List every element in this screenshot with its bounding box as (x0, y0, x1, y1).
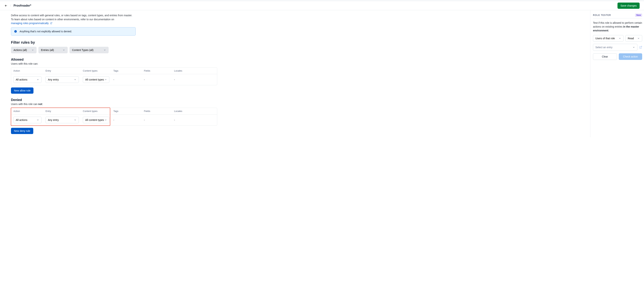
new-allow-rule-button[interactable]: New allow rule (11, 87, 34, 94)
denied-description: Users with this role can not: (11, 103, 579, 106)
tester-desc-suffix: . (608, 29, 609, 32)
filter-entries-label: Entries (all) (41, 49, 54, 51)
intro-text: Define access to content with general ru… (11, 14, 132, 21)
col-fields: Fields (144, 69, 174, 72)
col-locales: Locales (174, 110, 215, 113)
col-content-types: Content types (83, 69, 113, 72)
allowed-content-types-value: All content types (85, 78, 104, 81)
tester-users-select[interactable]: Users of that role (593, 35, 624, 42)
col-content-types: Content types (83, 110, 113, 113)
col-locales: Locales (174, 69, 215, 72)
chevron-down-icon (32, 49, 34, 51)
check-action-button[interactable]: Check action (619, 53, 642, 60)
chevron-down-icon (632, 46, 635, 49)
table-row: All actions Any entry All content types (11, 74, 217, 85)
role-tester-title: Role tester (593, 14, 611, 16)
table-row: All actions Any entry All content types (11, 115, 217, 126)
filter-content-types[interactable]: Content Types (all) (70, 47, 108, 53)
allowed-tags-value: - (113, 78, 144, 81)
tester-entry-select[interactable]: Select an entry (593, 44, 638, 51)
allowed-content-types-select[interactable]: All content types (83, 76, 109, 83)
role-tester-panel: Role tester New Test if this role is all… (590, 10, 644, 137)
docs-link[interactable]: managing roles programmatically (11, 22, 52, 25)
chevron-down-icon (74, 78, 76, 81)
filter-rules-heading: Filter rules by (11, 40, 579, 45)
info-text: Anything that's not explicitly allowed i… (20, 30, 72, 33)
filter-content-types-label: Content Types (all) (72, 49, 94, 51)
allowed-fields-value: - (144, 78, 174, 81)
info-callout: Anything that's not explicitly allowed i… (11, 27, 136, 36)
clear-button[interactable]: Clear (593, 53, 617, 60)
col-action: Action (13, 69, 46, 72)
denied-entry-select[interactable]: Any entry (46, 117, 79, 123)
denied-action-value: All actions (16, 119, 28, 121)
denied-content-types-select[interactable]: All content types (83, 117, 109, 123)
filter-entries[interactable]: Entries (all) (38, 47, 68, 53)
col-tags: Tags (113, 110, 144, 113)
chevron-down-icon (36, 119, 39, 121)
chevron-down-icon (618, 37, 621, 40)
col-tags: Tags (113, 69, 144, 72)
denied-heading: Denied (11, 98, 579, 102)
col-entry: Entry (46, 69, 83, 72)
chevron-down-icon (104, 78, 107, 81)
main-content: Define access to content with general ru… (0, 10, 590, 137)
filter-actions[interactable]: Actions (all) (11, 47, 36, 53)
back-arrow-icon[interactable] (4, 4, 8, 7)
tester-action-value: Read (628, 37, 634, 40)
chevron-down-icon (62, 49, 65, 51)
denied-tags-value: - (113, 119, 144, 121)
tester-action-select[interactable]: Read (625, 35, 642, 42)
denied-rules-table: Action Entry Content types Tags Fields L… (11, 108, 217, 126)
allowed-rules-table: Action Entry Content types Tags Fields L… (11, 67, 217, 85)
denied-content-types-value: All content types (85, 119, 104, 121)
role-tester-description: Test if this role is allowed to perform … (593, 21, 642, 32)
denied-fields-value: - (144, 119, 174, 121)
denied-desc-prefix: Users with this role can (11, 103, 38, 106)
info-icon (14, 30, 17, 33)
col-fields: Fields (144, 110, 174, 113)
col-action: Action (13, 110, 46, 113)
allowed-heading: Allowed (11, 58, 579, 62)
allowed-description: Users with this role can: (11, 62, 579, 65)
chevron-down-icon (74, 119, 76, 121)
denied-desc-bold: not (38, 103, 42, 106)
new-badge: New (635, 13, 642, 17)
denied-locales-value: - (174, 119, 215, 121)
svg-rect-2 (15, 31, 16, 31)
allowed-action-value: All actions (16, 78, 28, 81)
denied-desc-suffix: : (42, 103, 43, 106)
chevron-down-icon (104, 119, 107, 121)
chevron-down-icon (104, 49, 106, 51)
save-changes-button[interactable]: Save changes (618, 2, 640, 9)
new-deny-rule-button[interactable]: New deny rule (11, 128, 33, 134)
breadcrumb-separator: / (10, 4, 11, 7)
page-header: / Proofreader* Save changes (0, 1, 644, 10)
col-entry: Entry (46, 110, 83, 113)
svg-rect-1 (15, 31, 16, 32)
allowed-entry-select[interactable]: Any entry (46, 76, 79, 83)
external-link-icon (50, 22, 52, 24)
allowed-action-select[interactable]: All actions (13, 76, 42, 83)
tester-entry-value: Select an entry (595, 46, 612, 49)
page-title: Proofreader* (14, 4, 31, 7)
denied-entry-value: Any entry (48, 119, 59, 121)
chevron-down-icon (36, 78, 39, 81)
allowed-entry-value: Any entry (48, 78, 59, 81)
tester-users-value: Users of that role (595, 37, 615, 40)
filter-actions-label: Actions (all) (14, 49, 27, 51)
denied-action-select[interactable]: All actions (13, 117, 42, 123)
chevron-down-icon (637, 37, 640, 40)
allowed-locales-value: - (174, 78, 215, 81)
intro-description: Define access to content with general ru… (11, 13, 134, 25)
external-link-icon[interactable] (639, 46, 642, 49)
docs-link-text: managing roles programmatically (11, 22, 49, 25)
